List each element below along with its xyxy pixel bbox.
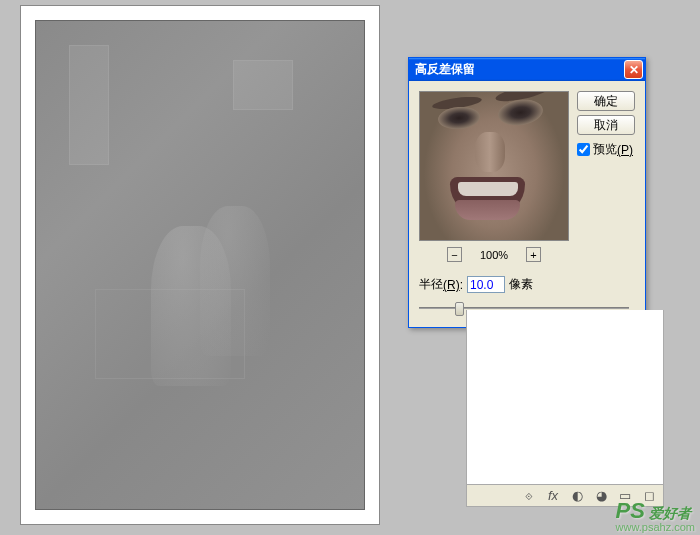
dialog-title: 高反差保留 xyxy=(415,61,624,78)
preview-accel: (P) xyxy=(617,143,633,157)
radius-accel: (R) xyxy=(443,278,460,292)
zoom-in-button[interactable]: + xyxy=(526,247,541,262)
mask-icon[interactable]: ◐ xyxy=(569,489,585,503)
radius-input[interactable] xyxy=(467,276,505,293)
plant-detail xyxy=(69,45,109,165)
preview-checkbox-row[interactable]: 预览(P) xyxy=(577,141,635,158)
zoom-out-button[interactable]: − xyxy=(447,247,462,262)
adjustment-icon[interactable]: ◕ xyxy=(593,489,609,503)
high-pass-image xyxy=(36,21,364,509)
watermark: PS 爱好者 www.psahz.com xyxy=(616,498,695,533)
watermark-brand-suffix: 爱好者 xyxy=(645,505,691,521)
layers-panel: ⟐ fx ◐ ◕ ▭ ◻ xyxy=(466,310,664,507)
dialog-buttons: 确定 取消 预览(P) xyxy=(577,91,635,158)
close-button[interactable]: ✕ xyxy=(624,60,643,79)
dialog-titlebar[interactable]: 高反差保留 ✕ xyxy=(409,58,645,81)
radius-row: 半径(R): 像素 xyxy=(419,276,635,293)
preview-image xyxy=(420,92,568,240)
slider-thumb[interactable] xyxy=(455,302,464,316)
fx-icon[interactable]: fx xyxy=(545,489,561,503)
link-icon[interactable]: ⟐ xyxy=(521,489,537,503)
high-pass-dialog: 高反差保留 ✕ 确定 取消 预览(P) xyxy=(408,57,646,328)
zoom-value: 100% xyxy=(480,249,508,261)
document-window xyxy=(20,5,380,525)
close-icon: ✕ xyxy=(629,63,639,77)
radius-label: 半径 xyxy=(419,276,443,293)
canvas[interactable] xyxy=(35,20,365,510)
cancel-button[interactable]: 取消 xyxy=(577,115,635,135)
radius-unit: 像素 xyxy=(509,276,533,293)
watermark-brand-prefix: PS xyxy=(616,498,645,523)
window-detail xyxy=(233,60,293,110)
ok-button[interactable]: 确定 xyxy=(577,91,635,111)
watermark-url: www.psahz.com xyxy=(616,521,695,533)
zoom-controls: − 100% + xyxy=(419,247,569,262)
preview-checkbox[interactable] xyxy=(577,143,590,156)
person-outline-2 xyxy=(200,206,270,356)
radius-colon: : xyxy=(460,278,463,292)
slider-track xyxy=(419,307,629,309)
preview-label: 预览 xyxy=(593,141,617,158)
dialog-body: 确定 取消 预览(P) − 100% + 半径(R): 像素 xyxy=(409,81,645,327)
filter-preview[interactable] xyxy=(419,91,569,241)
